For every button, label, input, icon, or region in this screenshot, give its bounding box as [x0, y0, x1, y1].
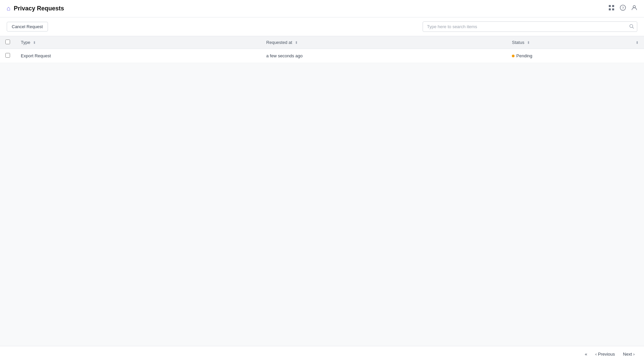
column-header-type[interactable]: Type ⬍ [15, 36, 261, 49]
grid-icon[interactable] [608, 5, 614, 12]
header-right: ? [608, 5, 637, 12]
status-dot [512, 55, 515, 57]
row-checkbox-cell[interactable] [0, 49, 15, 63]
home-icon[interactable]: ⌂ [7, 5, 10, 12]
type-sort-icon: ⬍ [33, 41, 36, 45]
options-sort-icon: ⬍ [636, 41, 639, 45]
cancel-request-button[interactable]: Cancel Request [7, 22, 48, 32]
toolbar: Cancel Request [0, 17, 644, 36]
column-header-requested-at[interactable]: Requested at ⬍ [261, 36, 507, 49]
status-sort-icon: ⬍ [527, 41, 530, 45]
row-type: Export Request [15, 49, 261, 63]
table-header-row: Type ⬍ Requested at ⬍ Status ⬍ ⬍ [0, 36, 644, 49]
svg-text:?: ? [622, 6, 624, 10]
table-row: Export Request a few seconds ago Pending [0, 49, 644, 63]
status-label: Pending [516, 53, 532, 58]
svg-rect-3 [612, 8, 614, 10]
search-icon [629, 24, 634, 29]
column-header-status[interactable]: Status ⬍ [506, 36, 630, 49]
page-title: Privacy Requests [14, 5, 64, 12]
table-container: Type ⬍ Requested at ⬍ Status ⬍ ⬍ [0, 36, 644, 63]
status-badge: Pending [512, 53, 532, 58]
row-options [630, 49, 644, 63]
column-requested-label: Requested at [266, 40, 292, 45]
svg-line-8 [633, 27, 634, 28]
app-header: ⌂ Privacy Requests ? [0, 0, 644, 17]
next-page-button[interactable]: Next › [620, 350, 637, 358]
select-all-checkbox[interactable] [5, 40, 10, 44]
requested-sort-icon: ⬍ [295, 41, 298, 45]
column-status-label: Status [512, 40, 524, 45]
header-left: ⌂ Privacy Requests [7, 5, 64, 12]
user-icon[interactable] [631, 5, 637, 12]
select-all-header[interactable] [0, 36, 15, 49]
svg-rect-2 [609, 8, 611, 10]
row-requested-at: a few seconds ago [261, 49, 507, 63]
search-input[interactable] [423, 21, 637, 32]
svg-rect-1 [612, 5, 614, 7]
help-icon[interactable]: ? [620, 5, 626, 12]
search-container [423, 21, 637, 32]
pagination-bar: « ‹ Previous Next › [0, 346, 644, 362]
first-page-button[interactable]: « [582, 350, 590, 358]
row-checkbox[interactable] [5, 53, 10, 58]
requests-table: Type ⬍ Requested at ⬍ Status ⬍ ⬍ [0, 36, 644, 63]
row-status: Pending [506, 49, 630, 63]
column-type-label: Type [21, 40, 30, 45]
column-header-options: ⬍ [630, 36, 644, 49]
svg-rect-0 [609, 5, 611, 7]
previous-page-button[interactable]: ‹ Previous [593, 350, 618, 358]
